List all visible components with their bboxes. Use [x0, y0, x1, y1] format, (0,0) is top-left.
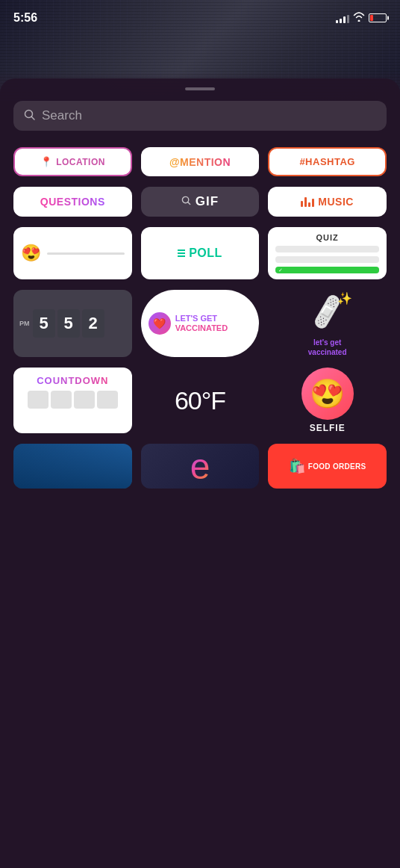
quiz-option-2 [275, 256, 379, 263]
clock-period: PM [19, 320, 30, 327]
quiz-title: QUIZ [275, 233, 379, 242]
sticker-grid: 📍 LOCATION @MENTION #HASHTAG QUESTIONS G… [13, 147, 387, 433]
poll-sticker[interactable]: POLL [141, 227, 260, 279]
sparkles-icon: ✨ [337, 291, 352, 306]
search-bar[interactable]: Search [13, 101, 387, 131]
emoji-slider-track[interactable] [47, 252, 125, 255]
status-time: 5:56 [13, 11, 37, 25]
wifi-icon [353, 12, 365, 24]
clock-digit-5b: 5 [57, 309, 80, 338]
vax-line2: VACCINATED [175, 323, 228, 333]
poll-label: POLL [189, 247, 222, 260]
e-letter-sticker[interactable]: e [141, 444, 260, 489]
vaccinated-sticker[interactable]: ❤️ LET'S GET VACCINATED [141, 290, 260, 357]
e-letter-emoji: e [190, 446, 210, 487]
poll-line-1 [178, 249, 185, 251]
signal-bars-icon [336, 13, 349, 23]
selfie-circle: 😍 [301, 368, 354, 420]
poll-line-2 [178, 252, 185, 254]
signal-bar-2 [340, 19, 342, 23]
search-icon [24, 109, 36, 123]
countdown-sticker[interactable]: COUNTDOWN [13, 368, 132, 433]
location-thumbnail-sticker[interactable] [13, 444, 132, 489]
mention-label: @MENTION [169, 156, 231, 168]
selfie-emoji: 😍 [310, 377, 345, 410]
selfie-sticker[interactable]: 😍 SELFIE [268, 368, 387, 433]
vax-heart-emoji: ❤️ [153, 317, 166, 329]
sticker-panel: Search 📍 LOCATION @MENTION #HASHTAG QUES… [0, 78, 400, 868]
music-label: MUSIC [318, 196, 354, 208]
quiz-sticker[interactable]: QUIZ ✓ [268, 227, 387, 279]
gif-label: GIF [196, 194, 219, 209]
music-bar-1 [301, 201, 303, 207]
music-bar-4 [312, 199, 314, 207]
gif-search-icon [181, 196, 191, 208]
countdown-box-2 [51, 391, 72, 409]
hashtag-sticker[interactable]: #HASHTAG [268, 147, 387, 176]
questions-sticker[interactable]: QUESTIONS [13, 187, 132, 217]
vax-heart-icon: ❤️ [149, 312, 171, 335]
clock-digits: 5 5 2 [33, 309, 104, 338]
location-label: LOCATION [56, 157, 105, 167]
clock-digit-2: 2 [82, 309, 104, 338]
signal-bar-3 [343, 16, 346, 23]
hashtag-label: #HASHTAG [299, 156, 355, 167]
countdown-box-3 [74, 391, 95, 409]
food-orders-label: FOOD ORDERS [308, 462, 366, 471]
bandage-sticker[interactable]: 🩹 ✨ let's getvaccinated [268, 290, 387, 357]
location-pin-icon: 📍 [40, 156, 53, 167]
bottom-row: e 🛍️ FOOD ORDERS [13, 444, 387, 489]
emoji-slider-face: 😍 [21, 244, 41, 263]
countdown-box-4 [97, 391, 118, 409]
music-sticker[interactable]: MUSIC [268, 187, 387, 217]
countdown-label: COUNTDOWN [37, 375, 108, 386]
music-bar-2 [304, 197, 307, 207]
clock-sticker[interactable]: PM 5 5 2 [13, 290, 132, 357]
music-bar-3 [308, 202, 310, 207]
mention-sticker[interactable]: @MENTION [141, 147, 260, 176]
status-bar: 5:56 [0, 0, 400, 30]
vax-text-block: LET'S GET VACCINATED [175, 314, 228, 333]
countdown-boxes [28, 391, 118, 409]
quiz-option-3-correct: ✓ [275, 267, 379, 273]
emoji-slider-sticker[interactable]: 😍 [13, 227, 132, 279]
battery-icon [369, 13, 387, 22]
signal-bar-4 [347, 15, 349, 23]
signal-bar-1 [336, 20, 338, 23]
bandage-label: let's getvaccinated [308, 338, 347, 357]
clock-digit-5: 5 [33, 309, 55, 338]
music-bars-icon [301, 196, 314, 207]
drag-handle[interactable] [185, 87, 215, 90]
poll-line-3 [178, 255, 185, 257]
countdown-box-1 [28, 391, 49, 409]
weather-temp: 60°F [175, 386, 225, 415]
questions-label: QUESTIONS [40, 196, 105, 208]
vax-line1: LET'S GET [175, 314, 228, 323]
quiz-option-1 [275, 246, 379, 252]
battery-fill [370, 15, 373, 21]
selfie-label: SELFIE [310, 423, 346, 433]
search-placeholder: Search [42, 108, 82, 123]
poll-lines-icon [178, 249, 185, 257]
gif-sticker[interactable]: GIF [141, 187, 260, 217]
status-icons [336, 12, 387, 24]
quiz-check-icon: ✓ [278, 267, 283, 273]
food-orders-sticker[interactable]: 🛍️ FOOD ORDERS [268, 444, 387, 489]
food-bag-icon: 🛍️ [289, 458, 305, 474]
weather-sticker[interactable]: 60°F [141, 368, 260, 433]
location-sticker[interactable]: 📍 LOCATION [13, 147, 132, 176]
